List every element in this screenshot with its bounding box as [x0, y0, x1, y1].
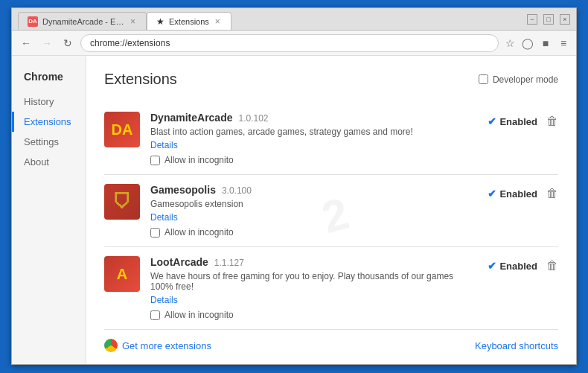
maximize-button[interactable]: □ — [543, 14, 554, 25]
ext-lootarcade-details[interactable]: Details — [150, 295, 477, 305]
ext-lootarcade-version: 1.1.127 — [214, 258, 244, 268]
ext-gamesopolis-info: Gamesopolis 3.0.100 Gamesopolis extensio… — [150, 184, 477, 237]
ext-gamesopolis-incognito-label: Allow in incognito — [164, 227, 234, 237]
page-header: Extensions Developer mode — [104, 71, 558, 88]
extensions-footer: Get more extensions Keyboard shortcuts — [104, 330, 558, 355]
tab-2-close[interactable]: × — [214, 16, 222, 27]
user-icon[interactable]: ◯ — [521, 36, 534, 50]
ext-dynamitearcade-info: DynamiteArcade 1.0.102 Blast into action… — [150, 112, 477, 165]
address-input[interactable] — [80, 34, 499, 52]
sidebar-item-settings[interactable]: Settings — [12, 132, 86, 152]
bookmark-icon[interactable]: ☆ — [503, 36, 517, 50]
get-more-extensions-link[interactable]: Get more extensions — [104, 339, 211, 352]
ext-gamesopolis-check-icon: ✔ — [488, 188, 496, 200]
ext-lootarcade-check-icon: ✔ — [488, 260, 496, 272]
close-button[interactable]: × — [560, 14, 570, 25]
ext-dynamitearcade-details[interactable]: Details — [150, 140, 477, 150]
ext-lootarcade-incognito: Allow in incognito — [150, 310, 477, 320]
ext-dynamitearcade-enabled-label: Enabled — [499, 116, 537, 127]
tab-1-favicon: DA — [28, 16, 38, 27]
get-more-extensions-label: Get more extensions — [122, 340, 211, 351]
sidebar: Chrome History Extensions Settings About — [12, 56, 86, 364]
tab-2-label: Extensions — [169, 17, 209, 26]
tab-1-close[interactable]: × — [129, 16, 137, 27]
content-area: Chrome History Extensions Settings About… — [12, 56, 576, 364]
ext-dynamitearcade-delete[interactable]: 🗑 — [546, 115, 558, 128]
sidebar-item-extensions[interactable]: Extensions — [12, 112, 86, 132]
ext-gamesopolis-enabled-label: Enabled — [499, 188, 537, 200]
chrome-logo-icon — [104, 339, 118, 352]
ext-gamesopolis-header: Gamesopolis 3.0.100 — [150, 184, 477, 196]
extensions-page: 2 Extensions Developer mode DA DynamiteA… — [86, 56, 576, 364]
ext-dynamitearcade-name: DynamiteArcade — [150, 112, 233, 124]
minimize-button[interactable]: − — [527, 14, 537, 25]
tab-bar: DA DynamiteArcade - Explos... × ★ Extens… — [18, 8, 521, 30]
ext-dynamitearcade-check-icon: ✔ — [488, 115, 496, 127]
ext-lootarcade-name: LootArcade — [150, 256, 208, 268]
ext-dynamitearcade-version: 1.0.102 — [239, 113, 269, 124]
ext-gamesopolis-controls: ✔ Enabled 🗑 — [488, 184, 558, 200]
ext-lootarcade-enabled-label: Enabled — [499, 261, 537, 272]
extension-icon[interactable]: ■ — [539, 36, 552, 50]
sidebar-item-about[interactable]: About — [12, 152, 86, 172]
ext-dynamitearcade-incognito-label: Allow in incognito — [164, 155, 234, 165]
ext-dynamitearcade-incognito: Allow in incognito — [150, 155, 477, 165]
address-bar-row: ← → ↻ ☆ ◯ ■ ≡ — [12, 31, 576, 56]
page-title: Extensions — [104, 71, 177, 88]
ext-dynamitearcade-controls: ✔ Enabled 🗑 — [488, 112, 558, 128]
ext-lootarcade-enabled: ✔ Enabled — [488, 260, 537, 272]
ext-lootarcade-desc: We have hours of free gaming for you to … — [150, 271, 477, 292]
window-controls: − □ × — [527, 14, 570, 25]
tab-1-label: DynamiteArcade - Explos... — [42, 17, 124, 26]
sidebar-item-history[interactable]: History — [12, 92, 86, 112]
reload-button[interactable]: ↻ — [60, 35, 76, 51]
title-bar: DA DynamiteArcade - Explos... × ★ Extens… — [12, 8, 576, 31]
tab-1[interactable]: DA DynamiteArcade - Explos... × — [18, 12, 147, 30]
menu-icon[interactable]: ≡ — [557, 36, 570, 50]
ext-gamesopolis-desc: Gamesopolis extension — [150, 199, 477, 209]
ext-dynamitearcade-header: DynamiteArcade 1.0.102 — [150, 112, 477, 124]
ext-lootarcade-header: LootArcade 1.1.127 — [150, 256, 477, 268]
extension-gamesopolis: ⛉ Gamesopolis 3.0.100 Gamesopolis extens… — [104, 175, 558, 247]
ext-dynamitearcade-incognito-checkbox[interactable] — [150, 156, 160, 165]
ext-gamesopolis-enabled: ✔ Enabled — [488, 188, 537, 200]
ext-dynamitearcade-desc: Blast into action games, arcade games, s… — [150, 127, 477, 137]
ext-gamesopolis-incognito: Allow in incognito — [150, 227, 477, 237]
ext-dynamitearcade-icon: DA — [104, 112, 140, 147]
ext-gamesopolis-details[interactable]: Details — [150, 212, 477, 223]
ext-gamesopolis-name: Gamesopolis — [150, 184, 216, 196]
tab-2[interactable]: ★ Extensions × — [147, 12, 231, 30]
developer-mode-toggle[interactable]: Developer mode — [479, 74, 558, 85]
ext-lootarcade-icon: A — [104, 256, 140, 292]
keyboard-shortcuts-link[interactable]: Keyboard shortcuts — [475, 340, 558, 351]
ext-gamesopolis-incognito-checkbox[interactable] — [150, 228, 160, 237]
ext-gamesopolis-icon: ⛉ — [104, 184, 140, 220]
ext-gamesopolis-delete[interactable]: 🗑 — [546, 187, 558, 200]
developer-mode-label: Developer mode — [493, 74, 558, 85]
toolbar-icons: ☆ ◯ ■ ≡ — [503, 36, 570, 50]
ext-lootarcade-info: LootArcade 1.1.127 We have hours of free… — [150, 256, 477, 320]
tab-2-favicon: ★ — [156, 16, 164, 27]
back-button[interactable]: ← — [18, 35, 34, 51]
ext-gamesopolis-version: 3.0.100 — [222, 185, 252, 196]
forward-button[interactable]: → — [39, 35, 55, 51]
ext-lootarcade-incognito-label: Allow in incognito — [164, 310, 234, 320]
developer-mode-checkbox[interactable] — [479, 74, 488, 84]
extension-dynamitearcade: DA DynamiteArcade 1.0.102 Blast into act… — [104, 103, 558, 175]
sidebar-title: Chrome — [12, 68, 86, 92]
ext-lootarcade-delete[interactable]: 🗑 — [546, 259, 558, 272]
extension-lootarcade: A LootArcade 1.1.127 We have hours of fr… — [104, 247, 558, 330]
browser-window: DA DynamiteArcade - Explos... × ★ Extens… — [11, 7, 577, 365]
ext-lootarcade-incognito-checkbox[interactable] — [150, 310, 160, 320]
ext-lootarcade-controls: ✔ Enabled 🗑 — [488, 256, 558, 272]
ext-dynamitearcade-enabled: ✔ Enabled — [488, 115, 537, 127]
